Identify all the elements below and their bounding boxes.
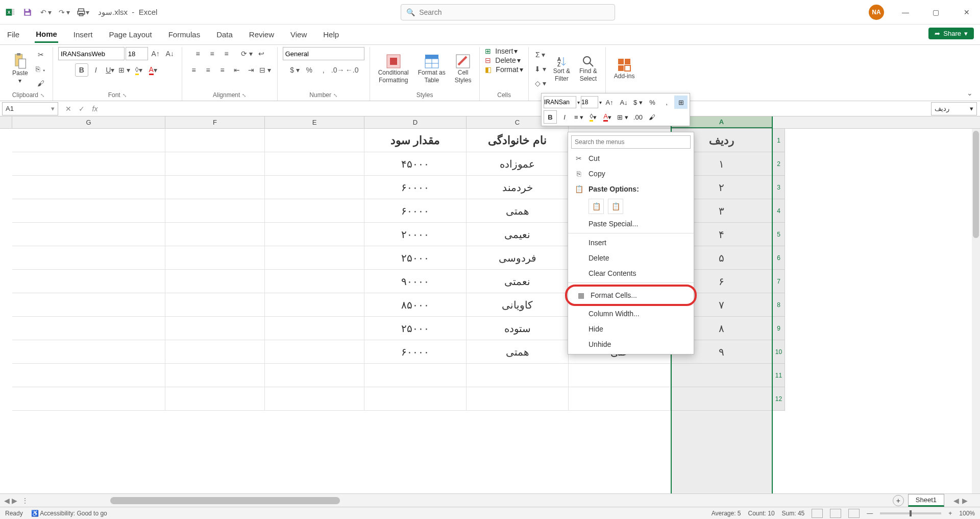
print-button[interactable]: ▾ bbox=[76, 5, 90, 19]
number-dialog-launcher[interactable]: ⤡ bbox=[333, 92, 337, 98]
align-center-button[interactable]: ≡ bbox=[202, 63, 215, 77]
decrease-font-button[interactable]: A↓ bbox=[163, 47, 177, 60]
vertical-scrollbar[interactable] bbox=[972, 129, 980, 493]
zoom-out[interactable]: — bbox=[867, 510, 873, 517]
row-header-2[interactable]: 2 bbox=[773, 152, 785, 176]
cells-insert-button[interactable]: ⊞ Insert ▾ bbox=[485, 47, 518, 55]
scroll-left[interactable]: ◀ bbox=[953, 497, 959, 505]
cell-C6[interactable]: فردوسی bbox=[467, 246, 569, 270]
mini-format-table[interactable]: ⊞ bbox=[674, 96, 688, 109]
font-size-combo[interactable] bbox=[126, 47, 148, 60]
tab-data[interactable]: Data bbox=[215, 27, 234, 42]
cell-D8[interactable]: ۸۵۰۰۰ bbox=[364, 293, 467, 317]
comma-format-button[interactable]: , bbox=[317, 63, 330, 77]
row-header-8[interactable]: 8 bbox=[773, 293, 785, 317]
cell-D1[interactable]: مقدار سود bbox=[364, 129, 467, 152]
mini-decrease-font[interactable]: A↓ bbox=[617, 96, 630, 109]
sheet-nav-next[interactable]: ▶ bbox=[12, 497, 17, 505]
view-normal[interactable] bbox=[812, 509, 823, 518]
search-box[interactable]: 🔍 Search bbox=[401, 4, 615, 20]
font-dialog-launcher[interactable]: ⤡ bbox=[122, 92, 127, 98]
mini-italic[interactable]: I bbox=[558, 110, 571, 124]
sort-filter-button[interactable]: AZ Sort & Filter bbox=[550, 53, 573, 84]
row-header-4[interactable]: 4 bbox=[773, 199, 785, 223]
ctx-paste-special[interactable]: Paste Special... bbox=[568, 216, 694, 231]
mini-decimal[interactable]: .00 bbox=[631, 110, 645, 124]
zoom-slider[interactable] bbox=[880, 512, 941, 514]
addins-button[interactable]: Add-ins bbox=[611, 55, 638, 82]
collapse-ribbon-button[interactable]: ⌄ bbox=[967, 89, 973, 97]
align-top-button[interactable]: ≡ bbox=[191, 47, 205, 60]
cancel-fx-button[interactable]: ✕ bbox=[62, 103, 75, 115]
alignment-dialog-launcher[interactable]: ⤡ bbox=[242, 92, 246, 98]
zoom-level[interactable]: 100% bbox=[959, 510, 975, 517]
close-button[interactable]: ✕ bbox=[958, 3, 976, 21]
column-header-F[interactable]: F bbox=[165, 116, 265, 128]
cell-D6[interactable]: ۲۵۰۰۰ bbox=[364, 246, 467, 270]
paste-button[interactable]: Paste▾ bbox=[9, 51, 31, 86]
ctx-delete[interactable]: Delete bbox=[568, 250, 694, 266]
cell-styles-button[interactable]: Cell Styles bbox=[452, 52, 475, 86]
cell-D2[interactable]: ۴۵۰۰۰ bbox=[364, 152, 467, 176]
cells-format-button[interactable]: ◧ Format ▾ bbox=[485, 65, 523, 74]
cell-D3[interactable]: ۶۰۰۰۰ bbox=[364, 176, 467, 199]
mini-fill-color[interactable]: ◊ ▾ bbox=[586, 110, 600, 124]
user-avatar[interactable]: NA bbox=[869, 5, 884, 20]
align-bottom-button[interactable]: ≡ bbox=[220, 47, 233, 60]
column-header-G[interactable]: G bbox=[12, 116, 165, 128]
horizontal-scrollbar[interactable] bbox=[39, 497, 887, 504]
cell-D5[interactable]: ۲۰۰۰۰ bbox=[364, 223, 467, 246]
increase-font-button[interactable]: A↑ bbox=[149, 47, 162, 60]
column-header-E[interactable]: E bbox=[265, 116, 364, 128]
share-button[interactable]: ➦ Share ▾ bbox=[928, 28, 974, 39]
number-format-combo[interactable] bbox=[283, 47, 364, 60]
row-header-9[interactable]: 9 bbox=[773, 317, 785, 340]
mini-align[interactable]: ≡ ▾ bbox=[572, 110, 585, 124]
align-right-button[interactable]: ≡ bbox=[216, 63, 229, 77]
cell-C4[interactable]: همتی bbox=[467, 199, 569, 223]
cell-C2[interactable]: عموزاده bbox=[467, 152, 569, 176]
save-button[interactable] bbox=[20, 5, 35, 19]
tab-help[interactable]: Help bbox=[322, 27, 340, 42]
sheet-tab-sheet1[interactable]: Sheet1 bbox=[908, 494, 944, 507]
underline-button[interactable]: U ▾ bbox=[104, 63, 117, 77]
row-header-7[interactable]: 7 bbox=[773, 270, 785, 293]
conditional-formatting-button[interactable]: Conditional Formatting bbox=[375, 52, 412, 86]
mini-font-name[interactable] bbox=[544, 96, 576, 108]
name-box[interactable]: A1▾ bbox=[2, 102, 58, 115]
align-left-button[interactable]: ≡ bbox=[187, 63, 201, 77]
cell-dropdown[interactable]: ▾ردیف bbox=[931, 102, 977, 115]
mini-format-painter[interactable]: 🖌 bbox=[646, 110, 659, 124]
mini-font-color[interactable]: A ▾ bbox=[601, 110, 614, 124]
italic-button[interactable]: I bbox=[89, 63, 103, 77]
menu-search[interactable] bbox=[571, 135, 691, 149]
decrease-indent-button[interactable]: ⇤ bbox=[230, 63, 243, 77]
paste-option-1[interactable]: 📋 bbox=[589, 199, 604, 214]
cell-D7[interactable]: ۹۰۰۰۰ bbox=[364, 270, 467, 293]
row-header-10[interactable]: 10 bbox=[773, 340, 785, 364]
scroll-right[interactable]: ▶ bbox=[962, 497, 968, 505]
ctx-format-cells[interactable]: ▦Format Cells... bbox=[567, 287, 695, 304]
cell-C3[interactable]: خردمند bbox=[467, 176, 569, 199]
font-color-button[interactable]: A ▾ bbox=[146, 63, 160, 77]
align-middle-button[interactable]: ≡ bbox=[206, 47, 219, 60]
ctx-column-width[interactable]: Column Width... bbox=[568, 306, 694, 321]
row-header-12[interactable]: 12 bbox=[773, 387, 785, 411]
decrease-decimal-button[interactable]: ←.0 bbox=[346, 63, 359, 77]
tab-file[interactable]: File bbox=[6, 27, 20, 42]
ctx-clear[interactable]: Clear Contents bbox=[568, 266, 694, 281]
clipboard-dialog-launcher[interactable]: ⤡ bbox=[40, 92, 44, 98]
fx-button[interactable]: fx bbox=[89, 103, 101, 115]
row-header-1[interactable]: 1 bbox=[773, 129, 785, 152]
mini-accounting[interactable]: $ ▾ bbox=[631, 96, 645, 109]
bold-button[interactable]: B bbox=[75, 63, 88, 77]
ctx-cut[interactable]: ✂Cut bbox=[568, 151, 694, 166]
formula-input[interactable] bbox=[103, 102, 928, 115]
fill-color-button[interactable]: ◊ ▾ bbox=[132, 63, 145, 77]
borders-button[interactable]: ⊞ ▾ bbox=[118, 63, 131, 77]
ctx-hide[interactable]: Hide bbox=[568, 321, 694, 337]
mini-increase-font[interactable]: A↑ bbox=[603, 96, 616, 109]
increase-decimal-button[interactable]: .0→ bbox=[331, 63, 345, 77]
status-accessibility[interactable]: ♿ Accessibility: Good to go bbox=[31, 510, 107, 517]
ctx-unhide[interactable]: Unhide bbox=[568, 337, 694, 352]
